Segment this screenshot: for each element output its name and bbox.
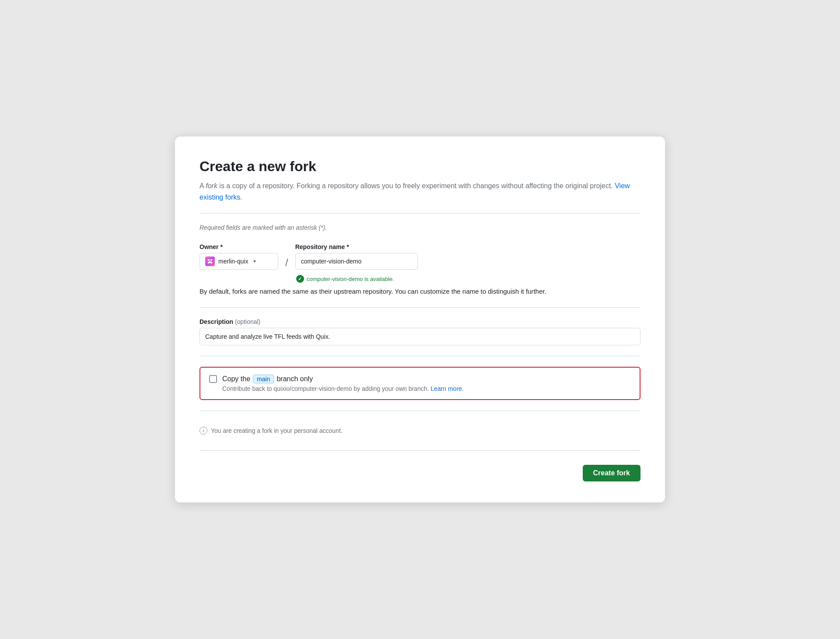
copy-branch-sublabel-text: Contribute back to quixio/computer-visio… [222, 385, 429, 392]
repo-name-input[interactable] [295, 253, 418, 270]
check-circle-icon: ✓ [296, 275, 304, 283]
repo-name-label: Repository name * [295, 243, 418, 250]
description-label: Description (optional) [200, 318, 640, 325]
copy-branch-text-post: branch only [276, 375, 313, 383]
owner-name: merlin-quix [218, 258, 248, 265]
check-mark: ✓ [298, 277, 302, 281]
description-input[interactable] [200, 328, 640, 345]
owner-avatar-pattern [206, 258, 214, 265]
slash-separator: / [285, 256, 288, 269]
info-icon: i [200, 427, 207, 435]
copy-branch-sublabel: Contribute back to quixio/computer-visio… [222, 385, 631, 392]
default-name-note: By default, forks are named the same as … [200, 286, 640, 297]
copy-branch-text-pre: Copy the [222, 375, 250, 383]
intro-text: A fork is a copy of a repository. Forkin… [200, 180, 640, 203]
repo-required-star: * [346, 243, 349, 250]
copy-branch-row: Copy the main branch only [209, 375, 631, 383]
page-title: Create a new fork [200, 158, 640, 175]
divider-actions [200, 450, 640, 451]
owner-required-star: * [220, 243, 222, 250]
owner-label: Owner * [200, 243, 278, 250]
availability-message: ✓ computer-vision-demo is available. [296, 275, 418, 283]
owner-field-group: Owner * merlin-quix ▾ [200, 243, 278, 270]
description-section: Description (optional) [200, 318, 640, 345]
intro-description: A fork is a copy of a repository. Forkin… [200, 182, 613, 190]
personal-account-note: i You are creating a fork in your person… [200, 421, 640, 440]
divider-intro [200, 213, 640, 214]
divider-description [200, 307, 640, 308]
owner-avatar [205, 256, 215, 266]
repo-name-field-group: Repository name * ✓ computer-vision-demo… [295, 243, 418, 283]
copy-branch-section: Copy the main branch only Contribute bac… [200, 367, 640, 400]
personal-account-text: You are creating a fork in your personal… [211, 427, 343, 434]
owner-repo-row: Owner * merlin-quix ▾ / Repository name … [200, 243, 640, 283]
divider-copy-branch [200, 356, 640, 356]
branch-badge: main [253, 375, 274, 383]
footer-actions: Create fork [200, 461, 640, 481]
learn-more-link[interactable]: Learn more. [430, 385, 463, 392]
availability-text: computer-vision-demo is available. [307, 276, 394, 282]
copy-branch-checkbox[interactable] [209, 375, 217, 383]
copy-branch-label: Copy the main branch only [222, 375, 313, 383]
description-optional: (optional) [235, 318, 260, 325]
fork-dialog: Create a new fork A fork is a copy of a … [175, 137, 665, 502]
create-fork-button[interactable]: Create fork [583, 465, 640, 481]
required-note: Required fields are marked with an aster… [200, 224, 640, 231]
chevron-down-icon: ▾ [253, 258, 256, 264]
divider-footer [200, 411, 640, 411]
owner-select[interactable]: merlin-quix ▾ [200, 253, 278, 270]
